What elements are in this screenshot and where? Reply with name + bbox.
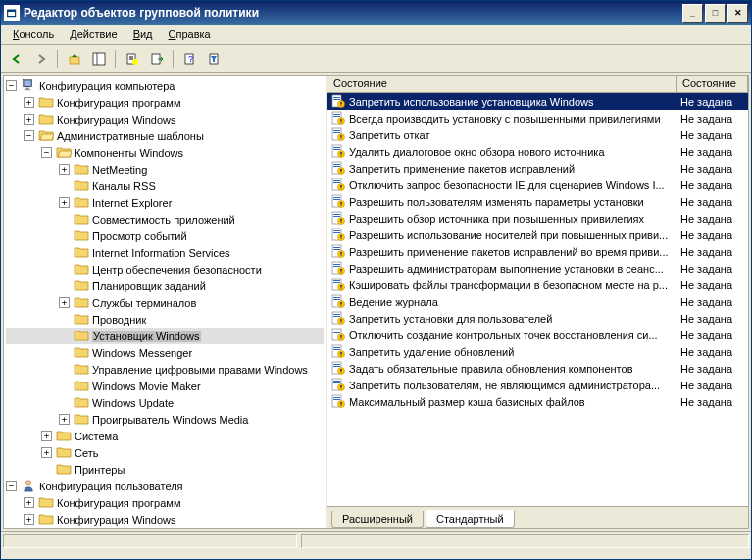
list-row[interactable]: Разрешить применение пакетов исправлений… — [327, 243, 748, 260]
tree-item[interactable]: Принтеры — [6, 461, 324, 478]
list-row[interactable]: Запретить пользователям, не являющимся а… — [327, 377, 748, 393]
list-row[interactable]: Запретить установки для пользователейНе … — [327, 310, 748, 327]
tree-item[interactable]: Internet Information Services — [6, 244, 324, 261]
list-row[interactable]: Удалить диалоговое окно обзора нового ис… — [327, 143, 748, 160]
expander-icon[interactable]: − — [6, 481, 17, 491]
expander-icon[interactable]: + — [59, 197, 70, 208]
list-row[interactable]: Разрешить использование носителей при по… — [327, 227, 748, 243]
tree-item[interactable]: +Конфигурация Windows — [6, 111, 324, 127]
menu-help[interactable]: Справка — [161, 26, 219, 42]
minimize-button[interactable]: _ — [682, 4, 703, 23]
tree-item[interactable]: Управление цифровыми правами Windows — [6, 361, 324, 378]
folder-icon — [74, 362, 92, 378]
tab-extended[interactable]: Расширенный — [331, 511, 424, 528]
tree-item[interactable]: Каналы RSS — [6, 178, 324, 194]
tree-item[interactable]: Windows Movie Maker — [6, 378, 324, 394]
tree-item-label: Windows Movie Maker — [92, 381, 201, 392]
list-row[interactable]: Отключить создание контрольных точек вос… — [327, 327, 748, 343]
tree-item-label: NetMeeting — [92, 164, 147, 176]
tree-item[interactable]: Проводник — [6, 311, 324, 328]
titlebar[interactable]: 🗔 Редактор объектов групповой политики _… — [1, 1, 751, 25]
tree-item[interactable]: +Конфигурация программ — [6, 94, 324, 111]
list-row[interactable]: Ведение журналаНе задана — [327, 293, 748, 310]
tree-item[interactable]: Планировщик заданий — [6, 278, 324, 294]
column-header-name[interactable]: Состояние — [327, 76, 677, 92]
expander-icon[interactable]: + — [24, 114, 34, 125]
svg-rect-113 — [333, 364, 340, 365]
expander-icon[interactable]: + — [41, 431, 52, 441]
menu-action[interactable]: Действие — [62, 26, 125, 42]
svg-rect-0 — [70, 57, 79, 64]
expander-icon[interactable]: − — [6, 80, 17, 91]
up-button[interactable] — [63, 48, 85, 70]
tree-item[interactable]: Центр обеспечения безопасности — [6, 261, 324, 278]
list-row[interactable]: Разрешить пользователям изменять парамет… — [327, 193, 748, 210]
expander-icon[interactable]: + — [24, 97, 34, 108]
export-button[interactable] — [145, 48, 168, 70]
tree-item[interactable]: −Компоненты Windows — [6, 144, 324, 161]
maximize-button[interactable]: □ — [705, 4, 726, 23]
forward-button[interactable] — [29, 48, 52, 70]
tree-item[interactable]: +Проигрыватель Windows Media — [6, 411, 324, 428]
list-item-state: Не задана — [677, 263, 732, 275]
list-row[interactable]: Разрешить администраторам выполнение уст… — [327, 260, 748, 277]
tree-item[interactable]: +Службы терминалов — [6, 294, 324, 311]
show-hide-tree-button[interactable] — [87, 48, 110, 70]
svg-rect-122 — [340, 385, 342, 387]
help-button[interactable]: ? — [178, 48, 201, 70]
close-button[interactable]: ✕ — [727, 4, 748, 23]
list-row[interactable]: Запретить откатНе задана — [327, 127, 748, 143]
list-row[interactable]: Запретить удаление обновленийНе задана — [327, 343, 748, 360]
list-row[interactable]: Запретить применение пакетов исправлений… — [327, 160, 748, 177]
list-row[interactable]: Отключить запрос безопасности IE для сце… — [327, 177, 748, 193]
tree-item[interactable]: +Сеть — [6, 444, 324, 461]
tree-item[interactable]: +Internet Explorer — [6, 194, 324, 211]
arrow-left-icon — [10, 52, 24, 66]
list-row[interactable]: Разрешить обзор источника при повышенных… — [327, 210, 748, 227]
tree-item-label: Internet Information Services — [92, 247, 230, 259]
expander-icon[interactable]: + — [41, 447, 52, 458]
expander-icon[interactable]: + — [24, 514, 34, 525]
list-body[interactable]: Запретить использование установщика Wind… — [327, 93, 748, 506]
tree-item[interactable]: Совместимость приложений — [6, 211, 324, 228]
menu-console[interactable]: Консоль — [5, 26, 62, 42]
policy-icon — [331, 328, 349, 343]
tree-item[interactable]: −Административные шаблоны — [6, 127, 324, 144]
expander-icon[interactable]: − — [24, 130, 34, 141]
list-item-state: Не задана — [677, 213, 732, 225]
list-item-name: Всегда производить установку с повышенны… — [349, 113, 661, 125]
filter-button[interactable] — [203, 48, 226, 70]
tree-item[interactable]: +NetMeeting — [6, 161, 324, 178]
tree-item[interactable]: Просмотр событий — [6, 228, 324, 244]
tree-item-label: Конфигурация программ — [57, 97, 180, 109]
column-header-state[interactable]: Состояние — [677, 76, 748, 92]
expander-icon[interactable]: + — [59, 414, 70, 425]
tree-item[interactable]: Windows Update — [6, 394, 324, 411]
policy-icon — [331, 294, 349, 310]
list-row[interactable]: Запретить использование установщика Wind… — [327, 93, 748, 110]
tree-item[interactable]: −Конфигурация компьютера — [6, 77, 324, 94]
tree-item[interactable]: +Система — [6, 428, 324, 444]
svg-rect-95 — [333, 314, 340, 315]
svg-rect-98 — [340, 319, 342, 321]
expander-icon[interactable]: + — [24, 497, 34, 508]
expander-icon[interactable]: + — [59, 164, 70, 175]
menu-view[interactable]: Вид — [125, 26, 161, 42]
tree-item[interactable]: Установщик Windows — [6, 328, 324, 344]
expander-icon[interactable]: − — [41, 147, 52, 158]
tree-item[interactable]: +Конфигурация программ — [6, 494, 324, 511]
tree-item[interactable]: −Конфигурация пользователя — [6, 478, 324, 494]
list-row[interactable]: Максимальный размер кэша базисных файлов… — [327, 393, 748, 410]
list-row[interactable]: Задать обязательные правила обновления к… — [327, 360, 748, 377]
tree-item[interactable]: Windows Messenger — [6, 344, 324, 361]
list-row[interactable]: Кэшировать файлы трансформации в безопас… — [327, 277, 748, 293]
list-row[interactable]: Всегда производить установку с повышенны… — [327, 110, 748, 127]
list-item-name: Ведение журнала — [349, 296, 438, 308]
tree-panel[interactable]: −Конфигурация компьютера+Конфигурация пр… — [4, 76, 327, 528]
tree-item[interactable]: +Конфигурация Windows — [6, 511, 324, 528]
back-button[interactable] — [5, 48, 27, 70]
properties-button[interactable] — [121, 48, 143, 70]
svg-text:?: ? — [188, 54, 193, 64]
expander-icon[interactable]: + — [59, 297, 70, 308]
tab-standard[interactable]: Стандартный — [426, 510, 515, 528]
